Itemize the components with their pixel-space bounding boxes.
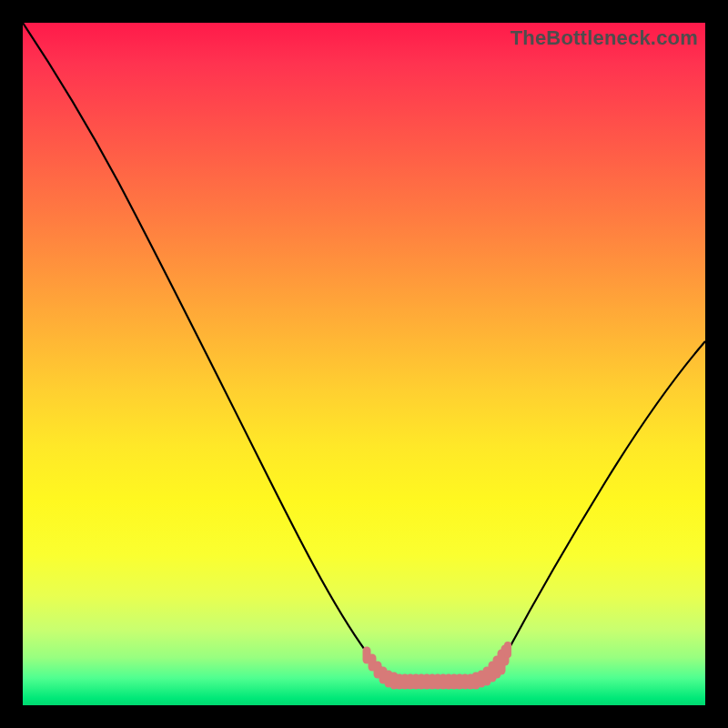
plot-area: TheBottleneck.com	[23, 23, 705, 705]
highlight-band	[367, 645, 508, 685]
bottleneck-curve	[23, 23, 705, 681]
chart-svg	[23, 23, 705, 705]
